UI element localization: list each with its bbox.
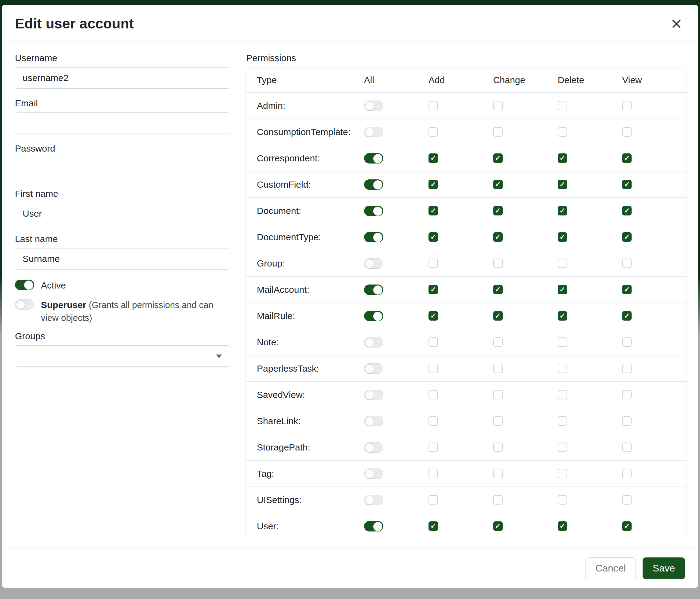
perm-delete-checkbox[interactable] bbox=[558, 521, 567, 531]
perm-all-toggle[interactable] bbox=[364, 153, 383, 164]
perm-delete-checkbox[interactable] bbox=[558, 469, 567, 478]
perm-change-checkbox[interactable] bbox=[493, 469, 503, 478]
email-field[interactable] bbox=[15, 113, 230, 134]
perm-view-checkbox[interactable] bbox=[622, 390, 632, 400]
perm-all-cell bbox=[364, 127, 428, 137]
perm-add-checkbox[interactable] bbox=[428, 469, 438, 478]
perm-view-checkbox[interactable] bbox=[622, 364, 632, 373]
perm-add-checkbox[interactable] bbox=[428, 364, 438, 373]
perm-delete-checkbox[interactable] bbox=[558, 180, 567, 189]
perm-all-toggle[interactable] bbox=[364, 469, 383, 479]
perm-view-checkbox[interactable] bbox=[622, 127, 632, 137]
perm-delete-checkbox[interactable] bbox=[558, 337, 567, 347]
perm-view-checkbox[interactable] bbox=[622, 101, 632, 110]
perm-view-checkbox[interactable] bbox=[622, 259, 632, 268]
perm-view-checkbox[interactable] bbox=[622, 206, 632, 215]
perm-change-checkbox[interactable] bbox=[493, 153, 503, 163]
user-form: Username Email Password First name Last … bbox=[15, 53, 230, 543]
perm-view-checkbox[interactable] bbox=[622, 442, 632, 452]
perm-change-checkbox[interactable] bbox=[493, 232, 503, 242]
perm-delete-checkbox[interactable] bbox=[558, 101, 567, 110]
active-toggle[interactable] bbox=[15, 280, 34, 290]
perm-all-toggle[interactable] bbox=[364, 363, 383, 374]
perm-add-checkbox[interactable] bbox=[428, 495, 438, 505]
perm-all-toggle[interactable] bbox=[364, 232, 383, 242]
perm-add-checkbox[interactable] bbox=[428, 101, 438, 110]
perm-change-checkbox[interactable] bbox=[493, 521, 503, 531]
perm-add-checkbox[interactable] bbox=[428, 337, 438, 347]
perm-add-checkbox[interactable] bbox=[428, 180, 438, 189]
perm-all-toggle[interactable] bbox=[364, 100, 383, 111]
perm-change-checkbox[interactable] bbox=[493, 259, 503, 268]
perm-view-checkbox[interactable] bbox=[622, 337, 632, 347]
perm-add-checkbox[interactable] bbox=[428, 153, 438, 163]
perm-change-checkbox[interactable] bbox=[493, 311, 503, 320]
perm-all-toggle[interactable] bbox=[364, 390, 383, 400]
perm-change-checkbox[interactable] bbox=[493, 364, 503, 373]
perm-change-checkbox[interactable] bbox=[493, 337, 503, 347]
cancel-button[interactable]: Cancel bbox=[585, 557, 636, 579]
perm-add-checkbox[interactable] bbox=[428, 390, 438, 400]
perm-delete-checkbox[interactable] bbox=[558, 206, 567, 215]
perm-view-checkbox[interactable] bbox=[622, 495, 632, 505]
perm-add-checkbox[interactable] bbox=[428, 442, 438, 452]
perm-add-checkbox[interactable] bbox=[428, 232, 438, 242]
perm-change-checkbox[interactable] bbox=[493, 285, 503, 294]
perm-delete-checkbox[interactable] bbox=[558, 285, 567, 294]
perm-all-toggle[interactable] bbox=[364, 206, 383, 216]
last-name-field[interactable] bbox=[15, 248, 230, 269]
username-input[interactable] bbox=[15, 67, 230, 89]
perm-view-checkbox[interactable] bbox=[622, 232, 632, 242]
perm-change-checkbox[interactable] bbox=[493, 390, 503, 400]
save-button[interactable]: Save bbox=[643, 557, 685, 579]
perm-change-checkbox[interactable] bbox=[493, 206, 503, 215]
perm-change-checkbox[interactable] bbox=[493, 416, 503, 426]
perm-add-checkbox[interactable] bbox=[428, 416, 438, 426]
perm-all-toggle[interactable] bbox=[364, 258, 383, 269]
close-icon[interactable]: × bbox=[668, 14, 685, 33]
perm-delete-checkbox[interactable] bbox=[558, 364, 567, 373]
perm-view-checkbox[interactable] bbox=[622, 469, 632, 478]
perm-add-checkbox[interactable] bbox=[428, 127, 438, 137]
perm-change-checkbox[interactable] bbox=[493, 180, 503, 189]
last-name-label: Last name bbox=[15, 234, 230, 244]
perm-delete-checkbox[interactable] bbox=[558, 390, 567, 400]
perm-delete-checkbox[interactable] bbox=[558, 127, 567, 137]
perm-view-checkbox[interactable] bbox=[622, 180, 632, 189]
perm-view-checkbox[interactable] bbox=[622, 521, 632, 531]
perm-all-toggle[interactable] bbox=[364, 285, 383, 295]
perm-view-checkbox[interactable] bbox=[622, 311, 632, 320]
perm-change-checkbox[interactable] bbox=[493, 101, 503, 110]
perm-change-checkbox[interactable] bbox=[493, 127, 503, 137]
perm-delete-checkbox[interactable] bbox=[558, 153, 567, 163]
perm-delete-checkbox[interactable] bbox=[558, 259, 567, 268]
perm-all-toggle[interactable] bbox=[364, 127, 383, 137]
perm-add-checkbox[interactable] bbox=[428, 285, 438, 294]
perm-add-checkbox[interactable] bbox=[428, 259, 438, 268]
perm-all-toggle[interactable] bbox=[364, 521, 383, 531]
perm-all-toggle[interactable] bbox=[364, 179, 383, 190]
perm-add-checkbox[interactable] bbox=[428, 206, 438, 215]
perm-all-toggle[interactable] bbox=[364, 416, 383, 426]
groups-select[interactable] bbox=[15, 345, 230, 367]
superuser-toggle[interactable] bbox=[15, 299, 34, 310]
perm-delete-checkbox[interactable] bbox=[558, 311, 567, 320]
perm-all-toggle[interactable] bbox=[364, 442, 383, 453]
perm-change-checkbox[interactable] bbox=[493, 442, 503, 452]
perm-add-cell bbox=[428, 259, 493, 268]
perm-all-toggle[interactable] bbox=[364, 311, 383, 321]
first-name-field[interactable] bbox=[15, 203, 230, 224]
perm-change-checkbox[interactable] bbox=[493, 495, 503, 505]
perm-delete-checkbox[interactable] bbox=[558, 495, 567, 505]
perm-delete-checkbox[interactable] bbox=[558, 416, 567, 426]
perm-delete-checkbox[interactable] bbox=[558, 442, 567, 452]
perm-delete-checkbox[interactable] bbox=[558, 232, 567, 242]
password-field[interactable] bbox=[15, 158, 230, 179]
perm-all-toggle[interactable] bbox=[364, 337, 383, 348]
perm-add-checkbox[interactable] bbox=[428, 521, 438, 531]
perm-view-checkbox[interactable] bbox=[622, 285, 632, 294]
perm-view-checkbox[interactable] bbox=[622, 153, 632, 163]
perm-view-checkbox[interactable] bbox=[622, 416, 632, 426]
perm-add-checkbox[interactable] bbox=[428, 311, 438, 320]
perm-all-toggle[interactable] bbox=[364, 495, 383, 505]
